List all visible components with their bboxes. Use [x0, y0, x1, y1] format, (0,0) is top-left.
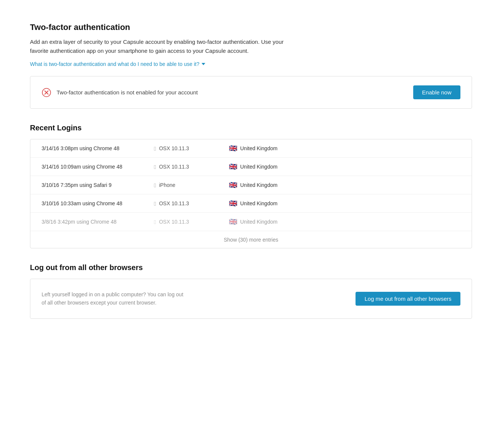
login-os-name: OSX 10.11.3 [159, 145, 189, 151]
logout-description: Left yourself logged in on a public comp… [42, 290, 184, 307]
logins-card: 3/14/16 3:08pm using Chrome 48  OSX 10.… [30, 139, 472, 248]
login-os:  iPhone [154, 182, 229, 188]
two-factor-status-text: Two-factor authentication is not enabled… [57, 89, 198, 96]
login-country-name: United Kingdom [240, 145, 278, 151]
login-os-name: iPhone [159, 182, 175, 188]
login-country-name: United Kingdom [240, 164, 278, 170]
uk-flag-icon: 🇬🇧 [229, 144, 237, 152]
login-row: 3/14/16 3:08pm using Chrome 48  OSX 10.… [30, 139, 472, 158]
login-os-name: OSX 10.11.3 [159, 200, 189, 206]
login-row: 3/10/16 7:35pm using Safari 9  iPhone 🇬… [30, 176, 472, 194]
login-os:  OSX 10.11.3 [154, 145, 229, 152]
apple-icon:  [154, 182, 156, 188]
login-time: 3/10/16 10:33am using Chrome 48 [42, 200, 154, 206]
apple-icon:  [154, 164, 156, 170]
apple-icon:  [154, 219, 156, 225]
show-more-link[interactable]: Show (30) more entries [224, 237, 278, 243]
login-time: 3/10/16 7:35pm using Safari 9 [42, 182, 154, 188]
logout-button[interactable]: Log me out from all other browsers [356, 292, 460, 306]
x-circle-icon [42, 88, 51, 97]
logout-card: Left yourself logged in on a public comp… [30, 279, 472, 319]
login-time: 3/8/16 3:42pm using Chrome 48 [42, 219, 154, 225]
two-factor-title: Two-factor authentication [30, 22, 472, 32]
login-os:  OSX 10.11.3 [154, 200, 229, 207]
login-os-name: OSX 10.11.3 [159, 164, 189, 170]
enable-now-button[interactable]: Enable now [413, 85, 460, 99]
login-country-name: United Kingdom [240, 200, 278, 206]
login-row: 3/10/16 10:33am using Chrome 48  OSX 10… [30, 194, 472, 213]
login-row: 3/8/16 3:42pm using Chrome 48  OSX 10.1… [30, 213, 472, 231]
uk-flag-icon: 🇬🇧 [229, 181, 237, 189]
login-country-name: United Kingdom [240, 182, 278, 188]
recent-logins-title: Recent Logins [30, 124, 472, 132]
login-country: 🇬🇧 United Kingdom [229, 181, 460, 189]
login-country: 🇬🇧 United Kingdom [229, 218, 460, 226]
faq-link-text: What is two-factor authentication and wh… [30, 61, 199, 67]
uk-flag-icon: 🇬🇧 [229, 218, 237, 226]
apple-icon:  [154, 145, 156, 152]
two-factor-card: Two-factor authentication is not enabled… [30, 76, 472, 109]
login-os:  OSX 10.11.3 [154, 219, 229, 225]
two-factor-description: Add an extra layer of security to your C… [30, 37, 285, 55]
logout-section-title: Log out from all other browsers [30, 263, 472, 272]
apple-icon:  [154, 200, 156, 207]
login-country: 🇬🇧 United Kingdom [229, 163, 460, 171]
login-time: 3/14/16 3:08pm using Chrome 48 [42, 145, 154, 151]
login-row: 3/14/16 10:09am using Chrome 48  OSX 10… [30, 158, 472, 176]
faq-link[interactable]: What is two-factor authentication and wh… [30, 61, 205, 67]
login-os-name: OSX 10.11.3 [159, 219, 189, 225]
login-country: 🇬🇧 United Kingdom [229, 199, 460, 208]
two-factor-status: Two-factor authentication is not enabled… [42, 88, 198, 97]
uk-flag-icon: 🇬🇧 [229, 163, 237, 171]
login-country: 🇬🇧 United Kingdom [229, 144, 460, 152]
login-country-name: United Kingdom [240, 219, 278, 225]
login-time: 3/14/16 10:09am using Chrome 48 [42, 164, 154, 170]
show-more-section: Show (30) more entries [30, 231, 472, 248]
chevron-down-icon [202, 63, 205, 65]
login-os:  OSX 10.11.3 [154, 164, 229, 170]
uk-flag-icon: 🇬🇧 [229, 199, 237, 208]
